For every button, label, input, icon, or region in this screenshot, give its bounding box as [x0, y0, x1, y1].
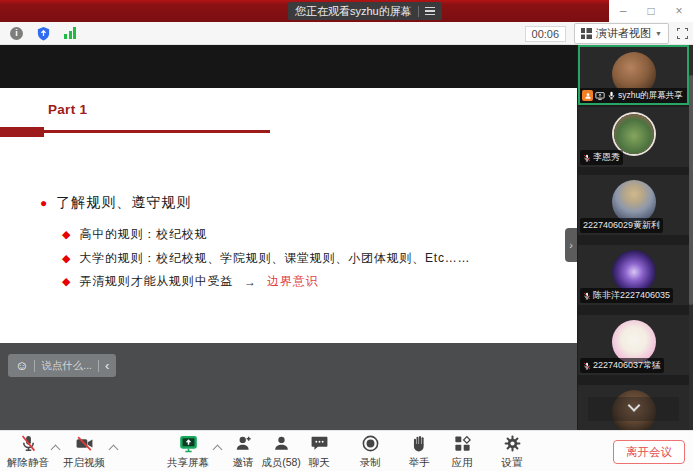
participant-avatar — [614, 114, 654, 154]
maximize-button[interactable]: □ — [641, 1, 661, 21]
arrow-right-icon: → — [244, 275, 256, 289]
watching-label: 您正在观看syzhu的屏幕 — [295, 4, 412, 19]
participant-tile[interactable]: 2227406029黄新利 — [578, 175, 689, 235]
bullet-diamond-icon: ◆ — [62, 276, 70, 287]
network-signal-icon[interactable] — [64, 27, 76, 39]
chat-collapse-icon[interactable]: ‹ — [105, 359, 109, 372]
participant-tile[interactable]: 2227406037常猛 — [578, 315, 689, 375]
participant-name: syzhu的屏幕共享 — [618, 90, 683, 102]
slide-accent-line — [44, 130, 270, 133]
participant-name: 李恩秀 — [593, 151, 620, 164]
participant-tile[interactable]: 陈非洋2227406035 — [578, 245, 689, 305]
slide-accent-bar — [0, 127, 44, 137]
camera-off-icon — [75, 434, 94, 453]
bullet-dot-icon: ● — [40, 197, 47, 209]
security-shield-icon[interactable] — [36, 26, 51, 41]
share-screen-button[interactable]: 共享屏幕 — [160, 434, 216, 470]
participant-tile[interactable]: 李恩秀 — [578, 107, 689, 167]
sidebar-collapse-handle[interactable]: › — [565, 228, 577, 262]
emoji-icon[interactable]: ☺ — [15, 359, 28, 372]
record-icon — [361, 434, 380, 453]
apps-grid-icon — [453, 434, 472, 453]
close-button[interactable]: × — [669, 1, 689, 21]
leave-meeting-button[interactable]: 离开会议 — [613, 440, 685, 464]
chat-button[interactable]: 聊天 — [291, 434, 347, 470]
apps-button[interactable]: 应用 — [434, 434, 490, 470]
presentation-slide: Part 1 ● 了解规则、遵守规则 ◆ 高中的规则：校纪校规 ◆ 大学的规则：… — [0, 88, 577, 343]
participant-name: 2227406029黄新利 — [583, 219, 660, 232]
chat-input-placeholder[interactable]: 说点什么... — [41, 359, 92, 373]
microphone-muted-icon — [583, 362, 591, 370]
minimize-button[interactable]: – — [613, 1, 633, 21]
slide-sub-bullet: ◆ 弄清规则才能从规则中受益 → 边界意识 — [62, 273, 318, 290]
menu-icon[interactable] — [425, 7, 435, 16]
status-toolbar: 00:06 演讲者视图 ▼ — [0, 22, 693, 45]
chevron-down-icon: ▼ — [655, 30, 662, 37]
meeting-info-icon[interactable] — [10, 27, 23, 40]
pill-divider — [418, 6, 419, 17]
settings-button[interactable]: 设置 — [484, 434, 540, 470]
watching-banner[interactable]: 您正在观看syzhu的屏幕 — [288, 2, 442, 20]
gear-icon — [503, 434, 522, 453]
screen-share-icon — [595, 91, 605, 101]
invite-person-icon — [234, 434, 253, 453]
record-button[interactable]: 录制 — [342, 434, 398, 470]
slide-sub-bullet: ◆ 高中的规则：校纪校规 — [62, 226, 207, 243]
participant-name: 陈非洋2227406035 — [593, 289, 670, 302]
slide-sub-bullet: ◆ 大学的规则：校纪校规、学院规则、课堂规则、小团体规则、Etc…… — [62, 250, 470, 267]
microphone-muted-icon — [583, 292, 591, 300]
layout-icon — [581, 28, 592, 39]
fullscreen-icon[interactable] — [677, 28, 688, 39]
members-icon — [272, 434, 291, 453]
speaker-view-button[interactable]: 演讲者视图 ▼ — [574, 23, 669, 44]
view-button-label: 演讲者视图 — [596, 26, 651, 41]
bullet-diamond-icon: ◆ — [62, 229, 70, 240]
microphone-muted-icon — [19, 434, 38, 453]
unmute-button[interactable]: 解除静音 — [0, 434, 56, 470]
sidebar-scrollbar[interactable] — [689, 45, 693, 430]
title-bar: 您正在观看syzhu的屏幕 – □ × — [0, 0, 693, 22]
window-controls: – □ × — [609, 0, 693, 22]
shared-screen-area: Part 1 ● 了解规则、遵守规则 ◆ 高中的规则：校纪校规 ◆ 大学的规则：… — [0, 45, 577, 430]
slide-highlight-text: 边界意识 — [267, 273, 318, 290]
share-letterbox-top — [0, 45, 577, 88]
microphone-on-icon — [607, 91, 616, 100]
microphone-muted-icon — [583, 154, 591, 162]
participant-tile-screen-share[interactable]: syzhu的屏幕共享 — [578, 45, 689, 105]
participant-tile-partial[interactable] — [578, 385, 689, 430]
slide-section-title: Part 1 — [48, 102, 87, 117]
participant-name: 2227406037常猛 — [593, 359, 661, 372]
meeting-timer: 00:06 — [525, 26, 567, 42]
bullet-diamond-icon: ◆ — [62, 253, 70, 264]
meeting-window: 您正在观看syzhu的屏幕 – □ × 00:06 演讲者视图 ▼ — [0, 0, 693, 471]
chat-bubble-icon — [310, 434, 329, 453]
participant-sidebar: syzhu的屏幕共享 李恩秀 2227406029黄新利 — [577, 45, 693, 430]
slide-main-bullet: ● 了解规则、遵守规则 — [40, 194, 191, 212]
bottom-toolbar: 解除静音 开启视频 共享屏幕 — [0, 430, 693, 471]
host-badge-icon — [582, 90, 593, 101]
raised-hand-icon — [410, 434, 429, 453]
share-screen-icon — [179, 434, 198, 453]
quick-chat-bar[interactable]: ☺ 说点什么... ‹ — [8, 354, 116, 377]
start-video-button[interactable]: 开启视频 — [56, 434, 112, 470]
